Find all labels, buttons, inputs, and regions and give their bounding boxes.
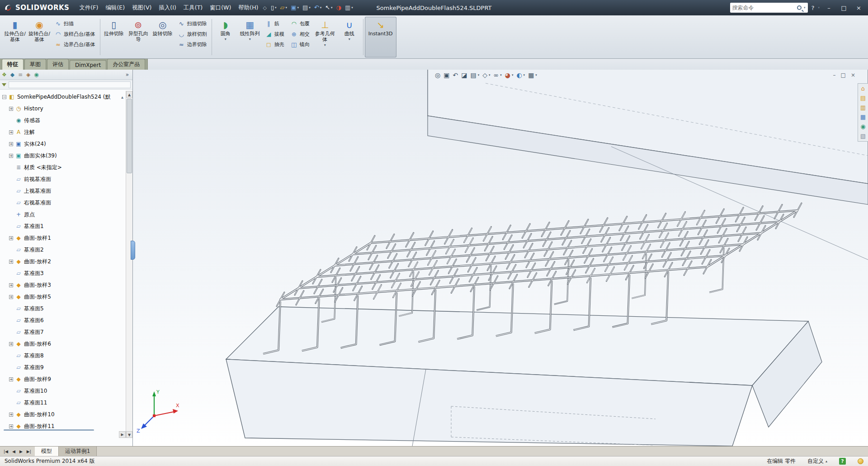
revolved-boss-base-button[interactable]: ◉旋转凸台/基体 (27, 17, 52, 57)
command-search-input[interactable] (732, 5, 795, 11)
tab-运动算例1[interactable]: 运动算例1 (59, 447, 97, 456)
previous-view-icon[interactable]: ↶ (453, 71, 458, 79)
tree-item-4[interactable]: +▣曲面实体(39) (0, 150, 132, 162)
undo-button[interactable]: ↶▾ (313, 4, 323, 12)
menu-item-3[interactable]: 插入(I) (155, 2, 179, 14)
panel-overflow-chevron[interactable]: » (124, 71, 131, 78)
tree-expander-icon[interactable]: + (9, 283, 13, 287)
rebuild-button[interactable]: ◑ (335, 4, 343, 12)
scroll-down-button[interactable]: ▼ (126, 431, 132, 438)
dropdown-arrow-icon[interactable]: ▾ (489, 73, 491, 77)
menu-item-5[interactable]: 窗口(W) (206, 2, 235, 14)
dropdown-arrow-icon[interactable]: ▾ (349, 37, 350, 41)
tree-item-21[interactable]: ▱基准面8 (0, 350, 132, 361)
dropdown-arrow-icon[interactable]: ▾ (249, 37, 251, 41)
tree-item-10[interactable]: ▱基准面1 (0, 220, 132, 232)
scrollbar-thumb[interactable] (127, 99, 132, 173)
select-tool-button[interactable]: ↖▾ (324, 4, 334, 12)
dropdown-arrow-icon[interactable]: ▾ (351, 6, 353, 10)
tree-item-25[interactable]: ▱基准面11 (0, 397, 132, 409)
graphics-viewport[interactable]: ◎▣↶◪▤▾◇▾∞▾◕▾◐▾▦▾ – □ × ⌂▤▥▦◉▧ Y X Z (133, 70, 868, 446)
tree-expander-icon[interactable]: + (9, 342, 13, 346)
extruded-cut-button[interactable]: ▯拉伸切除 (102, 17, 126, 57)
boundary-cut-button[interactable]: ≈边界切除 (176, 40, 209, 49)
tree-item-12[interactable]: ▱基准面2 (0, 244, 132, 256)
search-icon[interactable] (797, 5, 802, 10)
minimize-button[interactable]: – (823, 5, 835, 11)
view-orientation-icon[interactable]: ▤ (470, 71, 476, 79)
dropdown-arrow-icon[interactable]: ▾ (512, 73, 514, 77)
menu-item-1[interactable]: 编辑(E) (102, 2, 128, 14)
tree-item-3[interactable]: +▣实体(24) (0, 138, 132, 150)
tree-expander-icon[interactable]: + (9, 107, 13, 111)
doc-close-icon[interactable]: × (851, 72, 855, 78)
tree-item-23[interactable]: +◆曲面-放样9 (0, 373, 132, 385)
zoom-area-icon[interactable]: ▣ (443, 71, 449, 79)
feature-tree-root[interactable]: −◧SomkePipeAddDoubleFlash524 (默▴ (0, 91, 132, 103)
tree-item-24[interactable]: ▱基准面10 (0, 385, 132, 397)
menu-item-6[interactable]: 帮助(H) (235, 2, 262, 14)
tree-item-15[interactable]: +◆曲面-放样3 (0, 279, 132, 291)
dropdown-arrow-icon[interactable]: ▾ (309, 6, 311, 10)
search-dropdown-icon[interactable]: ▾ (804, 6, 806, 10)
wrap-button[interactable]: ◠包覆 (289, 19, 311, 28)
propertymanager-icon[interactable]: ◆ (10, 71, 14, 78)
section-view-icon[interactable]: ◪ (461, 71, 467, 79)
filter-input[interactable] (9, 81, 131, 88)
tab-评估[interactable]: 评估 (47, 59, 69, 70)
view-palette-icon[interactable]: ▦ (860, 114, 866, 120)
status-custom-dropdown[interactable]: 自定义 ▴ (807, 457, 827, 465)
dropdown-arrow-icon[interactable]: ▾ (524, 73, 525, 77)
view-settings-icon[interactable]: ▦ (528, 71, 534, 79)
tree-expander-icon[interactable]: + (9, 130, 13, 134)
print-document-button[interactable]: ▤▾ (301, 4, 312, 12)
save-document-button[interactable]: ▣▾ (289, 4, 300, 12)
close-button[interactable]: × (853, 5, 864, 11)
menu-item-4[interactable]: 工具(T) (180, 2, 206, 14)
zoom-fit-icon[interactable]: ◎ (435, 71, 440, 79)
extruded-boss-base-button[interactable]: ▮拉伸凸台/基体 (3, 17, 27, 57)
tab-特征[interactable]: 特征 (2, 59, 24, 70)
tree-item-1[interactable]: ◉传感器 (0, 114, 132, 126)
tab-办公室产品[interactable]: 办公室产品 (107, 59, 145, 70)
solidworks-resources-icon[interactable]: ⌂ (861, 86, 865, 92)
linear-pattern-button[interactable]: ▦线性阵列▾ (238, 17, 262, 57)
help-dropdown-icon[interactable]: ▾ (818, 6, 820, 10)
edit-appearance-icon[interactable]: ◕ (505, 71, 510, 79)
hide-show-items-icon[interactable]: ∞ (493, 71, 499, 79)
options-button[interactable]: ▥▾ (344, 4, 354, 12)
fillet-button[interactable]: ◗圆角▾ (213, 17, 238, 57)
tree-item-19[interactable]: ▱基准面7 (0, 326, 132, 338)
dropdown-arrow-icon[interactable]: ▾ (225, 37, 226, 41)
displaymanager-icon[interactable]: ◉ (34, 71, 38, 78)
tree-expander-icon[interactable]: + (9, 377, 13, 381)
tree-item-7[interactable]: ▱上视基准面 (0, 185, 132, 197)
tree-item-6[interactable]: ▱前视基准面 (0, 173, 132, 185)
help-button[interactable]: ? (811, 5, 815, 11)
quick-help-badge[interactable]: ? (839, 458, 846, 465)
new-document-button[interactable]: ▯▾ (269, 4, 278, 12)
tree-expander-icon[interactable]: + (9, 413, 13, 417)
tree-item-13[interactable]: +◆曲面-放样2 (0, 256, 132, 267)
instant3d-button[interactable]: ↘Instant3D (365, 17, 396, 57)
hole-wizard-button[interactable]: ⊚异型孔向导 (126, 17, 151, 57)
lofted-boss-base-button[interactable]: ◠放样凸台/基体 (53, 30, 97, 38)
intersect-button[interactable]: ⊕相交 (289, 30, 311, 38)
tree-item-11[interactable]: +◆曲面-放样1 (0, 232, 132, 244)
dropdown-arrow-icon[interactable]: ▾ (275, 6, 277, 10)
configurationmanager-icon[interactable]: ≡ (18, 71, 23, 78)
panel-splitter-handle[interactable] (131, 241, 135, 260)
tree-item-0[interactable]: +◷History (0, 103, 132, 114)
dropdown-arrow-icon[interactable]: ▾ (535, 73, 537, 77)
rollback-bar[interactable] (4, 429, 94, 431)
tree-item-22[interactable]: ▱基准面9 (0, 361, 132, 373)
dropdown-arrow-icon[interactable]: ▾ (324, 43, 326, 47)
scroll-right-button[interactable]: ▶ (119, 431, 126, 438)
collapse-tree-icon[interactable]: ▴ (121, 95, 123, 100)
dropdown-arrow-icon[interactable]: ▾ (297, 6, 299, 10)
tree-item-16[interactable]: +◆曲面-放样5 (0, 291, 132, 303)
command-search[interactable]: ▾ (730, 3, 808, 13)
mirror-button[interactable]: ◫镜向 (289, 40, 311, 49)
tab-nav-2[interactable]: ▶ (18, 449, 24, 454)
tab-DimXpert[interactable]: DimXpert (70, 60, 106, 70)
